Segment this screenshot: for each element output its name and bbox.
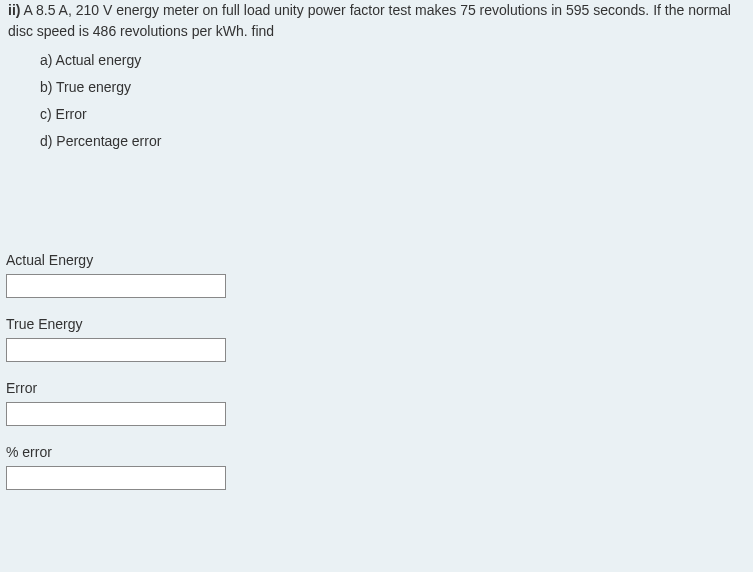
actual-energy-input[interactable] (6, 274, 226, 298)
error-label: Error (6, 380, 753, 396)
percent-error-input[interactable] (6, 466, 226, 490)
true-energy-group: True Energy (6, 316, 753, 362)
question-body: A 8.5 A, 210 V energy meter on full load… (8, 2, 731, 39)
true-energy-label: True Energy (6, 316, 753, 332)
percent-error-group: % error (6, 444, 753, 490)
question-prefix: ii) (8, 2, 20, 18)
true-energy-input[interactable] (6, 338, 226, 362)
item-c: c) Error (40, 104, 745, 125)
error-group: Error (6, 380, 753, 426)
question-subitems: a) Actual energy b) True energy c) Error… (8, 42, 745, 152)
percent-error-label: % error (6, 444, 753, 460)
answer-section: Actual Energy True Energy Error % error (0, 252, 753, 490)
question-block: ii) A 8.5 A, 210 V energy meter on full … (0, 0, 753, 152)
item-b: b) True energy (40, 77, 745, 98)
item-a: a) Actual energy (40, 50, 745, 71)
actual-energy-group: Actual Energy (6, 252, 753, 298)
actual-energy-label: Actual Energy (6, 252, 753, 268)
item-d: d) Percentage error (40, 131, 745, 152)
error-input[interactable] (6, 402, 226, 426)
